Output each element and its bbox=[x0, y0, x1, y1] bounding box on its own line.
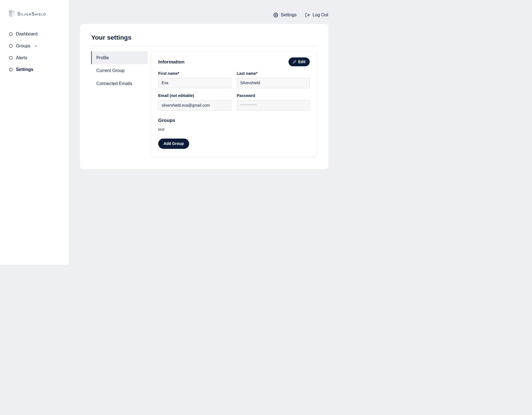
first-name-label: First name* bbox=[158, 71, 231, 76]
hexagon-icon bbox=[9, 56, 13, 60]
settings-tabs: Profile Current Group Connected Emails bbox=[91, 51, 148, 157]
last-name-label: Last name* bbox=[237, 71, 310, 76]
hexagon-icon bbox=[9, 32, 13, 36]
sidebar-item-settings[interactable]: Settings bbox=[9, 67, 60, 72]
profile-card: Information Edit First name* Last na bbox=[151, 51, 317, 157]
hexagon-icon bbox=[9, 44, 13, 48]
form-grid: First name* Last name* Email (not editab… bbox=[158, 71, 310, 111]
logo-text: SilverShield bbox=[17, 11, 46, 17]
svg-marker-2 bbox=[9, 56, 12, 59]
password-field-wrapper: Password bbox=[237, 94, 310, 111]
sidebar-item-label: Alerts bbox=[16, 55, 27, 60]
svg-point-4 bbox=[275, 14, 276, 16]
sidebar-item-label: Groups bbox=[16, 43, 30, 48]
topbar-logout-label: Log Out bbox=[313, 12, 328, 18]
first-name-field-wrapper: First name* bbox=[158, 71, 231, 88]
sidebar-item-alerts[interactable]: Alerts bbox=[9, 55, 60, 60]
first-name-field[interactable] bbox=[158, 78, 231, 88]
logo[interactable]: SilverShield bbox=[9, 10, 60, 17]
sidebar-item-groups[interactable]: Groups bbox=[9, 43, 60, 48]
card-header: Information Edit bbox=[158, 57, 310, 66]
shield-icon bbox=[9, 10, 15, 17]
tab-connected-emails[interactable]: Connected Emails bbox=[91, 77, 148, 90]
edit-button[interactable]: Edit bbox=[288, 57, 310, 66]
tab-label: Current Group bbox=[96, 68, 125, 73]
topbar-settings-label: Settings bbox=[281, 12, 297, 18]
last-name-field[interactable] bbox=[237, 78, 310, 88]
nav-list: Dashboard Groups Alerts Settings bbox=[9, 32, 60, 72]
logout-icon bbox=[305, 12, 310, 17]
email-field-wrapper: Email (not editable) bbox=[158, 94, 231, 111]
password-label: Password bbox=[237, 94, 310, 98]
main: Settings Log Out Your settings Profile C… bbox=[69, 0, 339, 265]
pencil-icon bbox=[293, 60, 296, 64]
topbar: Settings Log Out bbox=[80, 12, 328, 18]
topbar-logout[interactable]: Log Out bbox=[305, 12, 328, 18]
divider bbox=[91, 46, 317, 47]
last-name-field-wrapper: Last name* bbox=[237, 71, 310, 88]
svg-marker-0 bbox=[9, 32, 12, 36]
email-label: Email (not editable) bbox=[158, 94, 231, 98]
sidebar-item-dashboard[interactable]: Dashboard bbox=[9, 32, 60, 37]
hexagon-icon bbox=[9, 68, 13, 71]
svg-marker-1 bbox=[9, 44, 12, 48]
groups-title: Groups bbox=[158, 117, 310, 123]
tab-profile[interactable]: Profile bbox=[91, 51, 148, 64]
topbar-settings[interactable]: Settings bbox=[273, 12, 296, 18]
page-title: Your settings bbox=[91, 34, 317, 41]
add-group-button[interactable]: Add Group bbox=[158, 139, 189, 149]
sidebar-item-label: Settings bbox=[16, 67, 33, 72]
chevron-down-icon bbox=[34, 44, 37, 47]
gear-icon bbox=[273, 12, 278, 17]
tab-label: Connected Emails bbox=[96, 81, 132, 86]
information-title: Information bbox=[158, 59, 185, 65]
password-field[interactable] bbox=[237, 100, 310, 111]
group-item: test bbox=[158, 127, 310, 132]
edit-button-label: Edit bbox=[298, 60, 306, 64]
tab-label: Profile bbox=[96, 55, 109, 60]
svg-marker-3 bbox=[9, 68, 12, 71]
settings-panel: Your settings Profile Current Group Conn… bbox=[80, 24, 328, 169]
tab-current-group[interactable]: Current Group bbox=[91, 64, 148, 77]
panel-body: Profile Current Group Connected Emails I… bbox=[91, 51, 317, 157]
sidebar: SilverShield Dashboard Groups Alerts bbox=[0, 0, 69, 265]
email-field bbox=[158, 100, 231, 111]
sidebar-item-label: Dashboard bbox=[16, 32, 37, 37]
